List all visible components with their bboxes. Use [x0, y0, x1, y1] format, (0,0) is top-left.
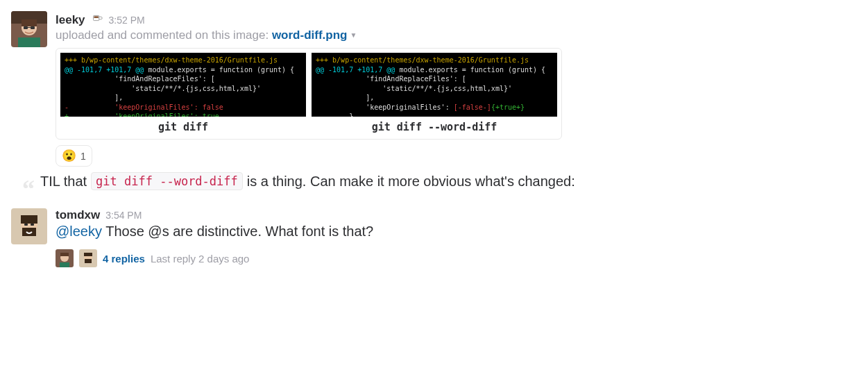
svg-rect-14	[24, 224, 28, 226]
diff-panel-right: +++ b/wp-content/themes/dxw-theme-2016/G…	[312, 53, 557, 135]
username[interactable]: leeky	[56, 13, 85, 27]
message-body: @leeky Those @s are distinctive. What fo…	[56, 224, 857, 240]
svg-rect-7	[18, 37, 40, 47]
comment-post: is a thing. Can make it more obvious wha…	[247, 174, 575, 190]
diff-label-right: git diff --word-diff	[312, 117, 557, 135]
message-content: tomdxw 3:54 PM @leeky Those @s are disti…	[56, 208, 857, 269]
message-header: tomdxw 3:54 PM	[56, 208, 857, 222]
upload-prefix: uploaded and commented on this image:	[56, 28, 272, 42]
timestamp: 3:54 PM	[105, 210, 142, 221]
thread-avatar-2	[79, 249, 97, 267]
message-header: leeky 3:52 PM	[56, 11, 857, 27]
svg-rect-12	[21, 215, 37, 224]
svg-rect-9	[94, 16, 98, 18]
image-attachment[interactable]: +++ b/wp-content/themes/dxw-theme-2016/G…	[56, 48, 562, 140]
svg-rect-22	[84, 253, 92, 256]
svg-rect-3	[22, 19, 37, 26]
svg-rect-4	[24, 26, 28, 29]
message-leeky: leeky 3:52 PM uploaded and commented on …	[11, 8, 857, 193]
svg-rect-23	[85, 259, 92, 263]
open-mouth-emoji: 😮	[62, 149, 76, 163]
timestamp: 3:52 PM	[109, 15, 145, 26]
reactions: 😮 1	[56, 145, 857, 167]
replies-link[interactable]: 4 replies	[103, 253, 145, 265]
terminal-right: +++ b/wp-content/themes/dxw-theme-2016/G…	[312, 53, 557, 117]
reply-text: Those @s are distinctive. What font is t…	[102, 224, 373, 239]
reaction-count: 1	[80, 151, 86, 162]
quote-icon: “	[22, 182, 35, 197]
avatar-tomdxw[interactable]	[11, 208, 47, 244]
reaction-pill[interactable]: 😮 1	[56, 145, 92, 167]
diff-label-left: git diff	[60, 117, 306, 135]
avatar-leeky[interactable]	[11, 11, 47, 47]
diff-panel-left: +++ b/wp-content/themes/dxw-theme-2016/G…	[60, 53, 306, 135]
image-comment: “ TIL that git diff --word-diff is a thi…	[22, 172, 857, 190]
svg-rect-5	[31, 26, 35, 29]
last-reply: Last reply 2 days ago	[151, 253, 250, 265]
comment-pre: TIL that	[40, 174, 87, 190]
terminal-left: +++ b/wp-content/themes/dxw-theme-2016/G…	[60, 53, 306, 117]
thread-summary[interactable]: 4 replies Last reply 2 days ago	[56, 248, 857, 269]
svg-rect-19	[60, 262, 69, 267]
svg-rect-18	[60, 253, 69, 256]
diff-compare: +++ b/wp-content/themes/dxw-theme-2016/G…	[60, 53, 557, 135]
file-link[interactable]: word-diff.png	[272, 28, 348, 42]
thread-avatar-1	[56, 249, 74, 267]
svg-rect-15	[31, 224, 34, 226]
inline-code: git diff --word-diff	[91, 172, 243, 190]
mention[interactable]: @leeky	[56, 224, 102, 239]
svg-rect-6	[28, 27, 31, 28]
coffee-icon	[91, 12, 103, 26]
svg-rect-13	[22, 228, 36, 236]
username[interactable]: tomdxw	[56, 208, 100, 222]
message-tomdxw: tomdxw 3:54 PM @leeky Those @s are disti…	[11, 206, 857, 271]
chevron-down-icon[interactable]: ▼	[350, 31, 357, 39]
message-content: leeky 3:52 PM uploaded and commented on …	[56, 11, 857, 190]
upload-caption: uploaded and commented on this image: wo…	[56, 28, 857, 42]
